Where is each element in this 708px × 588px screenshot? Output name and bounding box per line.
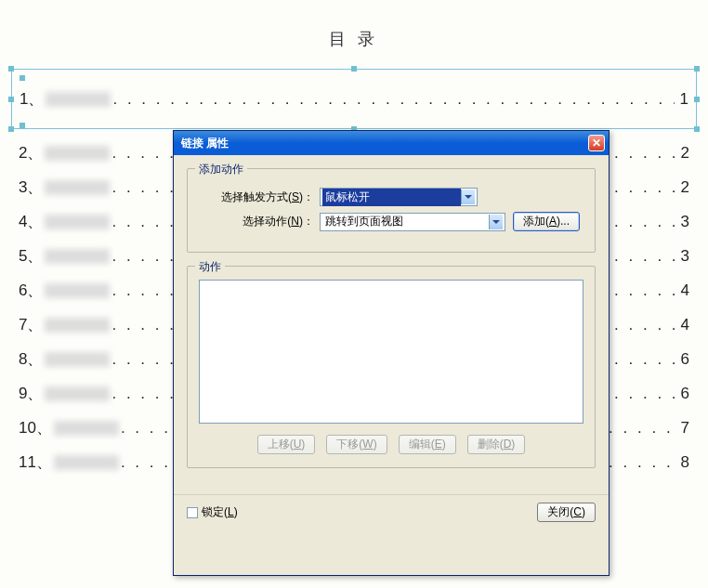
toc-entry-text: [45, 215, 110, 229]
actions-legend: 动作: [195, 259, 225, 275]
toc-page-number: 4: [675, 281, 689, 300]
action-select[interactable]: 跳转到页面视图: [320, 213, 505, 231]
add-action-group: 添加动作 选择触发方式(S)： 鼠标松开 选择动作(N)： 跳转到页面视图 添加…: [187, 168, 596, 253]
checkbox-icon: [187, 507, 198, 518]
trigger-select-value: 鼠标松开: [322, 189, 461, 206]
lock-checkbox[interactable]: 锁定(L): [187, 504, 238, 520]
toc-number: 1、: [20, 88, 44, 110]
toc-item[interactable]: 1、 . . . . . . . . . . . . . . . . . . .…: [20, 88, 688, 110]
move-down-button[interactable]: 下移(W): [326, 435, 387, 454]
toc-page-number: 2: [675, 178, 689, 197]
delete-button[interactable]: 删除(D): [467, 435, 526, 454]
toc-page-number: 3: [675, 247, 689, 266]
toc-number: 2、: [19, 142, 43, 163]
toc-entry-text: [46, 92, 111, 107]
toc-entry-text: [45, 318, 110, 333]
toc-page-number: 3: [675, 213, 689, 231]
toc-number: 9、: [19, 383, 43, 404]
edit-button[interactable]: 编辑(E): [399, 435, 456, 454]
toc-number: 5、: [19, 245, 43, 267]
toc-page-number: 6: [675, 385, 689, 403]
toc-number: 11、: [19, 451, 52, 473]
dialog-title: 链接 属性: [181, 136, 588, 151]
toc-entry-text: [54, 421, 119, 436]
toc-page-number: 4: [675, 316, 689, 334]
selected-toc-row[interactable]: 1、 . . . . . . . . . . . . . . . . . . .…: [11, 69, 697, 129]
action-label: 选择动作(N)：: [199, 214, 320, 229]
actions-listbox[interactable]: [199, 280, 583, 424]
toc-page-number: 1: [675, 90, 688, 109]
close-dialog-button[interactable]: 关闭(C): [537, 503, 596, 522]
toc-number: 7、: [19, 314, 43, 335]
toc-page-number: 7: [675, 419, 689, 438]
toc-number: 10、: [19, 417, 52, 438]
chevron-down-icon: [461, 189, 475, 204]
toc-page-number: 6: [675, 350, 689, 369]
lock-label: 锁定(L): [202, 504, 238, 520]
trigger-label: 选择触发方式(S)：: [199, 189, 320, 205]
actions-group: 动作 上移(U) 下移(W) 编辑(E) 删除(D): [187, 266, 596, 468]
toc-number: 3、: [19, 176, 43, 198]
toc-entry-text: [45, 146, 110, 161]
link-properties-dialog: 链接 属性 ✕ 添加动作 选择触发方式(S)： 鼠标松开 选择动作(N)： 跳转…: [173, 130, 610, 576]
toc-page-number: 8: [675, 453, 689, 472]
toc-entry-text: [45, 283, 110, 298]
action-select-value: 跳转到页面视图: [322, 213, 489, 230]
add-action-legend: 添加动作: [195, 162, 247, 177]
move-up-button[interactable]: 上移(U): [257, 435, 316, 454]
close-icon: ✕: [592, 137, 601, 149]
toc-entry-text: [45, 386, 110, 401]
toc-number: 4、: [19, 211, 43, 232]
toc-number: 6、: [19, 280, 43, 301]
dialog-body: 添加动作 选择触发方式(S)： 鼠标松开 选择动作(N)： 跳转到页面视图 添加…: [174, 155, 609, 494]
toc-entry-text: [45, 249, 110, 264]
trigger-select[interactable]: 鼠标松开: [320, 188, 478, 206]
toc-entry-text: [45, 180, 110, 195]
toc-entry-text: [54, 455, 119, 470]
toc-title: 目 录: [19, 28, 689, 50]
dialog-footer: 锁定(L) 关闭(C): [174, 494, 609, 529]
close-button[interactable]: ✕: [588, 135, 605, 151]
chevron-down-icon: [489, 215, 503, 229]
add-button[interactable]: 添加(A)...: [513, 212, 580, 231]
toc-entry-text: [45, 352, 110, 367]
toc-leader-dots: . . . . . . . . . . . . . . . . . . . . …: [112, 90, 674, 109]
toc-number: 8、: [19, 348, 43, 370]
dialog-titlebar[interactable]: 链接 属性 ✕: [174, 131, 609, 155]
toc-page-number: 2: [675, 144, 689, 163]
